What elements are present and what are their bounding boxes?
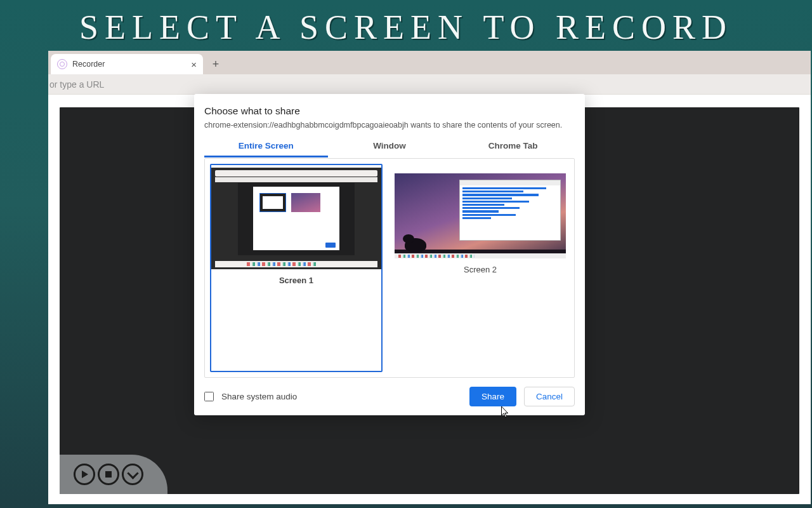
screen-option-2[interactable]: Screen 2 [394,164,566,372]
share-audio-checkbox[interactable] [204,392,214,401]
close-tab-icon[interactable]: × [191,59,197,70]
recorder-controls [60,455,167,494]
tab-title: Recorder [72,60,105,69]
play-icon[interactable] [74,464,95,485]
instruction-banner: SELECT A SCREEN TO RECORD [0,0,812,53]
share-button[interactable]: Share [469,387,516,406]
stop-icon[interactable] [98,464,119,485]
share-audio-label: Share system audio [221,392,297,401]
screen-options: Screen 1 Screen 2 [204,158,575,378]
new-tab-button[interactable]: + [207,55,225,73]
dialog-footer: Share system audio Share Cancel [204,378,575,406]
screen-1-label: Screen 1 [211,269,381,285]
screen-2-label: Screen 2 [395,258,566,274]
screen-share-dialog: Choose what to share chrome-extension://… [194,94,585,415]
dialog-subtitle: chrome-extension://eadhbghabbmcoigdmfbpc… [204,121,575,130]
screen-1-thumbnail [211,168,381,269]
tab-chrome-tab[interactable]: Chrome Tab [451,136,575,157]
recorder-icon [57,59,67,69]
browser-tab[interactable]: Recorder × [51,54,203,74]
url-bar[interactable]: or type a URL [48,74,811,95]
share-type-tabs: Entire Screen Window Chrome Tab [204,136,575,158]
tab-strip: Recorder × + [48,51,811,74]
screen-option-1[interactable]: Screen 1 [210,164,383,372]
download-icon[interactable] [122,464,143,485]
screen-2-thumbnail [395,173,566,258]
cancel-button[interactable]: Cancel [524,387,575,406]
tab-entire-screen[interactable]: Entire Screen [204,136,328,157]
tab-window[interactable]: Window [328,136,452,157]
dialog-title: Choose what to share [204,105,575,117]
url-bar-text: or type a URL [49,79,104,90]
